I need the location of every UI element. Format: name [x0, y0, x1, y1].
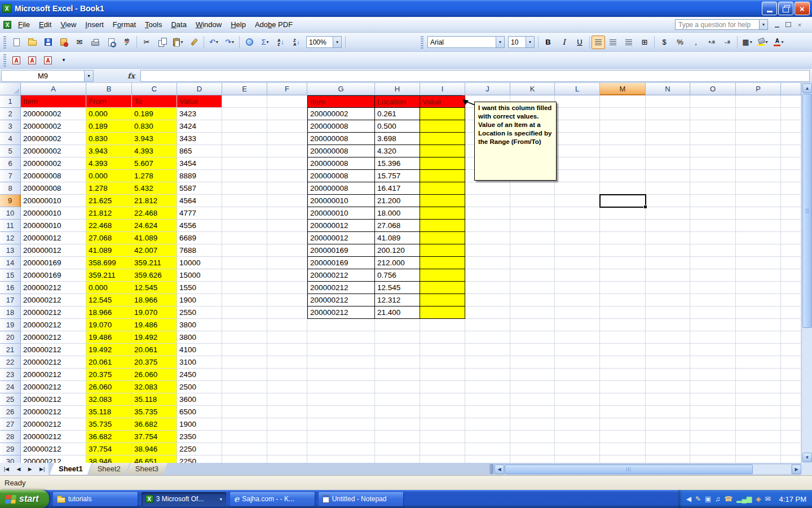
cell-M4[interactable] [600, 133, 646, 145]
cell-P21[interactable] [736, 344, 781, 356]
formula-input[interactable] [140, 70, 810, 82]
cell-N10[interactable] [646, 207, 690, 220]
undo-icon[interactable]: ↶▾ [206, 36, 222, 49]
cell-I29[interactable] [420, 443, 465, 456]
cell-K19[interactable] [510, 319, 555, 331]
cell-F1[interactable] [267, 95, 307, 108]
cell-L7[interactable] [555, 170, 600, 182]
cell-F9[interactable] [267, 195, 307, 207]
cell-F7[interactable] [267, 170, 307, 182]
cell-J27[interactable] [465, 418, 510, 431]
sort-ascending-icon[interactable]: AZ↓ [273, 36, 289, 49]
cell-M11[interactable] [600, 220, 646, 232]
cell-P8[interactable] [736, 182, 781, 195]
cell-B26[interactable]: 35.118 [86, 406, 132, 418]
cell-I20[interactable] [420, 331, 465, 344]
cell-M15[interactable] [600, 269, 646, 282]
cell-F13[interactable] [267, 244, 307, 257]
cell-M17[interactable] [600, 294, 646, 306]
cell-N5[interactable] [646, 145, 690, 157]
menu-help[interactable]: Help [226, 18, 250, 31]
question-box[interactable]: Type a question for help ▾ [675, 19, 768, 30]
cell-C19[interactable]: 19.486 [132, 319, 177, 331]
cell-P6[interactable] [736, 157, 781, 170]
cell-A9[interactable]: 200000010 [21, 195, 86, 207]
cell-F4[interactable] [267, 133, 307, 145]
cell-J8[interactable] [465, 182, 510, 195]
cell-partial-7[interactable] [781, 170, 801, 182]
cell-B25[interactable]: 32.083 [86, 393, 132, 406]
cell-L18[interactable] [555, 306, 600, 319]
cell-I12[interactable] [420, 232, 465, 244]
cell-J17[interactable] [465, 294, 510, 306]
column-header-B[interactable]: B [86, 83, 132, 95]
toolbar-drag-handle[interactable] [421, 36, 423, 49]
cell-O28[interactable] [690, 431, 736, 443]
cell-I2[interactable] [420, 108, 465, 120]
cell-N13[interactable] [646, 244, 690, 257]
spreadsheet-grid[interactable]: ABCDEFGHIJKLMNOP123456789101112131415161… [0, 83, 801, 463]
increase-decimal-icon[interactable]: +.0 [704, 36, 720, 49]
menu-file[interactable]: File [14, 18, 34, 31]
cell-I5[interactable] [420, 145, 465, 157]
cell-O9[interactable] [690, 195, 736, 207]
cell-C11[interactable]: 24.624 [132, 220, 177, 232]
cell-P17[interactable] [736, 294, 781, 306]
cell-D29[interactable]: 2250 [177, 443, 222, 456]
cell-E28[interactable] [222, 431, 267, 443]
cell-B15[interactable]: 359.211 [86, 269, 132, 282]
cell-O25[interactable] [690, 393, 736, 406]
previous-sheet-icon[interactable]: ◀ [16, 466, 20, 472]
cell-J23[interactable] [465, 369, 510, 381]
cell-E5[interactable] [222, 145, 267, 157]
cell-C8[interactable]: 5.432 [132, 182, 177, 195]
cell-A4[interactable]: 200000002 [21, 133, 86, 145]
horizontal-scrollbar[interactable]: ◀ ▶ [495, 463, 801, 475]
cell-L30[interactable] [555, 456, 600, 463]
cell-K30[interactable] [510, 456, 555, 463]
question-input[interactable]: Type a question for help [675, 19, 760, 30]
cell-G15[interactable]: 200000212 [307, 269, 375, 282]
cell-E25[interactable] [222, 393, 267, 406]
cell-E18[interactable] [222, 306, 267, 319]
cell-K28[interactable] [510, 431, 555, 443]
menu-data[interactable]: Data [166, 18, 191, 31]
first-sheet-icon[interactable]: |◀ [4, 466, 9, 472]
cell-M14[interactable] [600, 257, 646, 269]
cell-C9[interactable]: 21.812 [132, 195, 177, 207]
cell-D19[interactable]: 3800 [177, 319, 222, 331]
cell-D14[interactable]: 10000 [177, 257, 222, 269]
cell-H22[interactable] [375, 356, 420, 369]
cell-I3[interactable] [420, 120, 465, 133]
cell-E26[interactable] [222, 406, 267, 418]
cell-I25[interactable] [420, 393, 465, 406]
cell-K13[interactable] [510, 244, 555, 257]
font-size-combo[interactable]: 10▾ [508, 36, 535, 48]
cell-L26[interactable] [555, 406, 600, 418]
cell-N24[interactable] [646, 381, 690, 393]
cell-G23[interactable] [307, 369, 375, 381]
cell-E15[interactable] [222, 269, 267, 282]
cell-D6[interactable]: 3454 [177, 157, 222, 170]
cell-P12[interactable] [736, 232, 781, 244]
font-name-combo[interactable]: Arial▾ [427, 36, 505, 48]
cell-F21[interactable] [267, 344, 307, 356]
row-header-11[interactable]: 11 [0, 220, 21, 232]
cell-partial-14[interactable] [781, 257, 801, 269]
print-preview-icon[interactable] [103, 36, 119, 49]
format-painter-icon[interactable] [186, 36, 202, 49]
cell-A13[interactable]: 200000012 [21, 244, 86, 257]
cell-F24[interactable] [267, 381, 307, 393]
cell-O29[interactable] [690, 443, 736, 456]
cell-C13[interactable]: 42.007 [132, 244, 177, 257]
last-sheet-icon[interactable]: ▶| [39, 466, 45, 472]
cell-E14[interactable] [222, 257, 267, 269]
cell-M26[interactable] [600, 406, 646, 418]
cell-M25[interactable] [600, 393, 646, 406]
permission-icon[interactable] [56, 36, 72, 49]
column-header-M[interactable]: M [600, 83, 646, 95]
cell-C5[interactable]: 4.393 [132, 145, 177, 157]
row-header-5[interactable]: 5 [0, 145, 21, 157]
cell-D20[interactable]: 3800 [177, 331, 222, 344]
cell-partial-15[interactable] [781, 269, 801, 282]
